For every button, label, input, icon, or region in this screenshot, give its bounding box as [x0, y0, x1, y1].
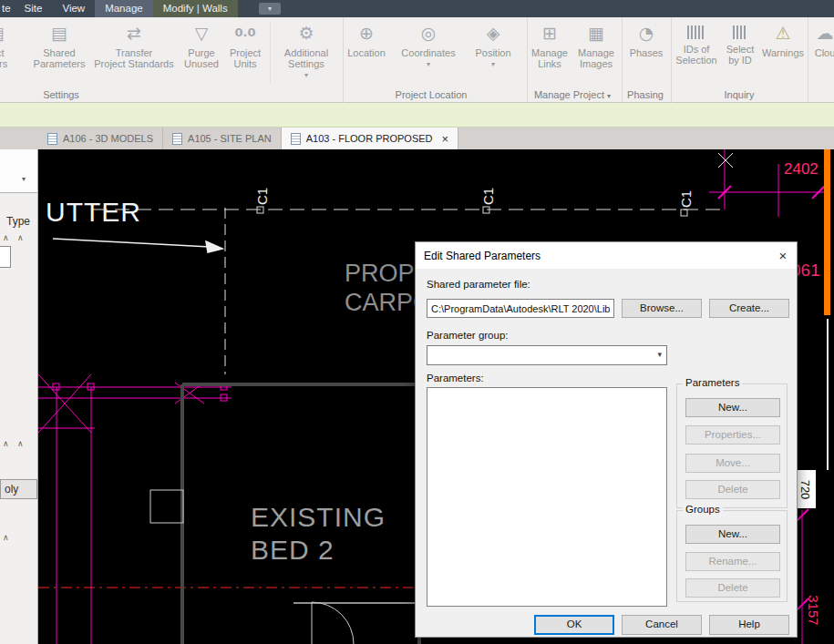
manage-links-icon: ⊞ — [542, 20, 557, 45]
purge-unused-icon: ▽ — [195, 20, 209, 45]
ids-of-selection-icon — [687, 26, 705, 39]
collapse-icon[interactable]: ∧ — [17, 439, 24, 448]
transfer-standards-icon: ⇄ — [127, 20, 141, 45]
ribbon-state-toggle[interactable]: ▾ — [259, 3, 281, 15]
dimension-2402: 2402 — [784, 160, 819, 179]
panel-separator — [808, 17, 808, 103]
location-button[interactable]: ⊕ Location — [345, 19, 388, 88]
browse-button[interactable]: Browse... — [622, 299, 702, 318]
panel-label-text: Manage Project — [534, 89, 604, 100]
parameter-move-button[interactable]: Move... — [685, 454, 780, 473]
tab-modify-walls[interactable]: Modify | Walls — [153, 0, 238, 17]
type-selector[interactable]: ▾ — [0, 149, 37, 193]
caret-down-icon: ▾ — [268, 5, 272, 13]
warning-icon: ⚠ — [775, 20, 790, 45]
view-tab-label: A103 - FLOOR PROPOSED — [306, 133, 433, 144]
view-tab-bar: A106 - 3D MODELS A105 - SITE PLAN A103 -… — [0, 128, 834, 149]
edit-shared-parameters-dialog: Edit Shared Parameters × Shared paramete… — [415, 241, 798, 638]
button-label: Manage Images — [578, 47, 614, 69]
tab-site[interactable]: Site — [15, 0, 53, 17]
close-icon[interactable]: × — [773, 246, 793, 265]
caret-down-icon: ▾ — [427, 59, 430, 70]
view-tab-a106[interactable]: A106 - 3D MODELS — [38, 128, 163, 149]
tab-partial[interactable]: te — [0, 0, 15, 17]
button-label: Additional Settings — [284, 47, 328, 69]
grid-bubble-c1: C1 — [678, 184, 694, 215]
parameter-group-label: Parameter group: — [427, 330, 509, 341]
dialog-title-bar[interactable]: Edit Shared Parameters — [416, 242, 797, 269]
phases-button[interactable]: ◔ Phases — [623, 19, 669, 88]
shared-parameter-file-input[interactable] — [427, 299, 614, 318]
button-label: IDs of Selection — [675, 44, 716, 66]
button-label: Phases — [630, 47, 664, 58]
apply-button-fragment[interactable]: oly — [0, 479, 37, 499]
transfer-project-standards-button[interactable]: ⇄ Transfer Project Standards — [91, 19, 177, 88]
parameters-listbox[interactable] — [427, 387, 667, 607]
tab-manage[interactable]: Manage — [95, 0, 153, 17]
palette-field-fragment[interactable] — [0, 246, 11, 268]
groups-groupbox: Groups New... Rename... Delete — [676, 510, 788, 602]
view-tab-a105[interactable]: A105 - SITE PLAN — [163, 128, 282, 149]
collapse-icon[interactable]: ∧ — [17, 233, 24, 242]
shared-parameters-button[interactable]: ▤ Shared Parameters — [29, 19, 89, 88]
room-label-existing-bed2: EXISTING BED 2 — [251, 501, 386, 567]
view-tab-spacer — [0, 128, 38, 149]
manage-links-button[interactable]: ⊞ Manage Links — [529, 19, 571, 88]
button-label: Purge Unused — [184, 47, 219, 69]
additional-settings-button[interactable]: ⚙ Additional Settings ▾ — [273, 19, 339, 88]
dimension-720-box: 720 — [796, 470, 816, 508]
parameter-group-combobox[interactable]: ▾ — [427, 345, 667, 365]
groups-groupbox-title: Groups — [683, 504, 723, 515]
close-icon[interactable]: × — [442, 132, 449, 146]
view-tab-label: A106 - 3D MODELS — [63, 133, 153, 144]
parameters-label: Parameters: — [427, 373, 484, 383]
edit-type-button-fragment[interactable]: Type — [6, 215, 30, 228]
button-label: ject eters — [0, 47, 7, 69]
caret-down-icon: ▾ — [304, 70, 308, 81]
purge-unused-button[interactable]: ▽ Purge Unused — [179, 19, 224, 88]
warnings-button[interactable]: ⚠ Warnings — [760, 19, 806, 88]
select-by-id-icon — [733, 26, 747, 39]
project-units-button[interactable]: 0.0 Project Units — [226, 19, 264, 88]
ids-of-selection-button[interactable]: IDs of Selection — [673, 19, 720, 88]
parameters-groupbox-title: Parameters — [683, 377, 742, 388]
ok-button[interactable]: OK — [534, 615, 614, 635]
view-tab-label: A105 - SITE PLAN — [188, 133, 272, 144]
tab-view[interactable]: View — [52, 0, 95, 17]
shared-parameters-icon: ▤ — [51, 20, 67, 45]
position-button[interactable]: ◈ Position ▾ — [467, 19, 520, 88]
button-label: Transfer Project Standards — [94, 47, 173, 69]
button-label: Project Units — [230, 47, 261, 69]
group-new-button[interactable]: New... — [685, 525, 780, 544]
select-by-id-button[interactable]: Select by ID — [722, 19, 758, 88]
parameter-properties-button[interactable]: Properties... — [685, 425, 780, 445]
help-button[interactable]: Help — [709, 615, 789, 635]
additional-settings-icon: ⚙ — [298, 20, 314, 45]
properties-palette-strip: ▾ Type ∧ ∧ ∧ ∧ oly ∧ — [0, 149, 38, 644]
manage-cloud-models-button[interactable]: ☁ Clou — [809, 19, 834, 88]
button-label: Clou — [815, 47, 834, 58]
panel-label-phasing: Phasing — [616, 87, 674, 103]
collapse-icon[interactable]: ∧ — [3, 439, 9, 448]
location-icon: ⊕ — [359, 20, 374, 45]
parameter-delete-button[interactable]: Delete — [685, 480, 780, 499]
project-parameters-button[interactable]: ▤ ject eters — [0, 19, 26, 88]
manage-images-button[interactable]: ▦ Manage Images — [572, 19, 620, 88]
parameter-new-button[interactable]: New... — [685, 398, 780, 417]
view-tab-a103-active[interactable]: A103 - FLOOR PROPOSED × — [282, 128, 458, 149]
project-units-icon: 0.0 — [234, 20, 255, 45]
grid-bubble-c1: C1 — [254, 181, 270, 212]
dimension-3157: 3157 — [807, 592, 821, 629]
create-button[interactable]: Create... — [709, 299, 789, 318]
collapse-icon[interactable]: ∧ — [3, 233, 9, 242]
cancel-button[interactable]: Cancel — [622, 615, 702, 635]
coordinates-button[interactable]: ◎ Coordinates ▾ — [392, 19, 465, 88]
button-label: Location — [347, 47, 386, 58]
caret-down-icon: ▾ — [491, 59, 495, 70]
gutter-label: UTTER — [46, 197, 141, 228]
document-icon — [47, 133, 57, 145]
group-rename-button[interactable]: Rename... — [685, 552, 780, 571]
button-label: Coordinates — [401, 47, 455, 58]
collapse-icon[interactable]: ∧ — [3, 533, 9, 542]
group-delete-button[interactable]: Delete — [685, 578, 780, 598]
